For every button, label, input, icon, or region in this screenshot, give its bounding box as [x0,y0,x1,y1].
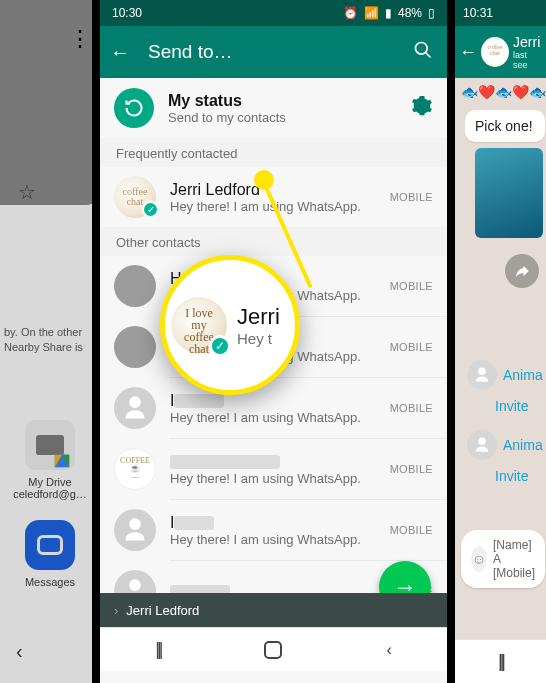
alarm-icon: ⏰ [343,6,358,20]
avatar [114,387,156,429]
wifi-icon: 📶 [364,6,379,20]
quoted-line2: [Mobile] [493,566,535,580]
shared-contact-name: Anima [503,367,543,383]
invite-button[interactable]: Invite [495,398,546,414]
invite-button[interactable]: Invite [495,468,546,484]
avatar: I love mycoffeechat ✓ [171,297,227,353]
back-button[interactable]: ← [459,42,477,63]
chat-app-bar: ← coffeechat Jerri last see [455,26,546,78]
contact-type-label: MOBILE [390,463,433,475]
contact-status: Hey there! I am using WhatsApp. [170,471,390,486]
status-privacy-button[interactable] [411,95,433,121]
shared-contact[interactable]: Anima [467,430,546,460]
recents-button[interactable]: ||| [498,651,503,672]
media-thumbnail[interactable] [475,148,543,238]
avatar [114,326,156,368]
avatar [467,430,497,460]
gear-icon [411,95,433,117]
underlying-share-sheet: ☆ by. On the other Nearby Share is My Dr… [0,0,100,683]
magnifier-callout: I love mycoffeechat ✓ Jerri Hey t [160,255,300,395]
overflow-menu-icon[interactable] [62,28,86,52]
android-nav-bar: ||| [455,639,546,683]
forward-icon [513,262,531,280]
share-target-messages[interactable]: Messages [12,520,88,588]
chat-subtitle: last see [513,50,542,70]
incoming-message[interactable]: Pick one! [465,110,545,142]
status-clock: 10:30 [112,6,142,20]
back-button[interactable]: ← [110,41,138,64]
app-bar: ← Send to… [100,26,447,78]
share-caption-line1: by. On the other [4,326,82,338]
whatsapp-chat-screen: 10:31 ← coffeechat Jerri last see 🐟❤️🐟❤️… [455,0,546,683]
contact-type-label: MOBILE [390,191,433,203]
battery-icon: ▯ [428,6,435,20]
android-nav-bar: ||| ‹ [100,627,447,671]
app-bar-title: Send to… [148,41,409,63]
my-status-subtitle: Send to my contacts [168,110,286,125]
message-input[interactable]: ☺ [Name] A [Mobile] [461,530,545,588]
message-reactions: 🐟❤️🐟❤️🐟 [461,84,546,100]
status-bar: 10:30 ⏰ 📶 ▮ 48% ▯ [100,0,447,26]
search-icon [413,40,433,60]
callout-anchor-dot [254,170,274,190]
folder-icon [36,435,64,455]
signal-icon: ▮ [385,6,392,20]
recents-button[interactable]: ||| [144,636,172,664]
contact-status: Hey there! I am using WhatsApp. [170,410,390,425]
search-button[interactable] [409,40,437,64]
contact-name: I [170,392,390,410]
back-nav-button[interactable]: ‹ [375,636,403,664]
magnified-contact-name: Jerri [237,304,280,330]
share-target-drive-account: celedford@g… [12,488,88,500]
contact-name: Jerri Ledford [170,181,390,199]
contact-status: Hey there! I am using WhatsApp. [170,532,390,547]
share-target-drive-title: My Drive [12,476,88,488]
contact-status: Hey there! I am using WhatsApp. [170,199,390,214]
contact-name: I [170,514,390,532]
selected-checkmark-icon: ✓ [209,335,231,357]
google-drive-icon [55,455,69,468]
contact-name [170,453,390,471]
messages-icon [37,535,63,555]
shared-contact-name: Anima [503,437,543,453]
status-clock: 10:31 [463,6,493,20]
selection-bar-text: Jerri Ledford [126,603,199,618]
message-text: Pick one! [475,118,533,134]
section-other-contacts: Other contacts [100,227,447,256]
contact-type-label: MOBILE [390,402,433,414]
avatar [467,360,497,390]
chat-avatar[interactable]: coffeechat [481,37,509,67]
my-status-title: My status [168,92,286,110]
back-chevron-icon[interactable]: ‹ [16,640,23,663]
contact-row[interactable]: I Hey there! I am using WhatsApp. MOBILE [100,378,447,438]
my-status-row[interactable]: My status Send to my contacts [100,78,447,138]
contact-type-label: MOBILE [390,524,433,536]
forward-button[interactable] [505,254,539,288]
status-bar: 10:31 [455,0,546,26]
share-target-messages-title: Messages [12,576,88,588]
quoted-line1: [Name] A [493,538,532,566]
svg-point-0 [416,43,428,55]
status-update-icon [114,88,154,128]
chevron-right-icon: › [114,603,118,618]
contact-type-label: MOBILE [390,341,433,353]
home-button[interactable] [259,636,287,664]
emoji-icon[interactable]: ☺ [471,546,487,572]
share-target-drive[interactable]: My Drive celedford@g… [12,420,88,500]
svg-line-1 [426,53,431,58]
selection-bar[interactable]: › Jerri Ledford [100,593,447,627]
shared-contact[interactable]: Anima [467,360,546,390]
section-frequently-contacted: Frequently contacted [100,138,447,167]
magnified-contact-status: Hey t [237,330,280,347]
selected-checkmark-icon: ✓ [142,201,159,218]
chat-title: Jerri [513,34,542,50]
battery-percent: 48% [398,6,422,20]
avatar [114,509,156,551]
star-icon: ☆ [18,180,36,204]
avatar: COFFEE☕— [114,448,156,490]
share-caption: by. On the other Nearby Share is [4,325,83,355]
share-caption-line2: Nearby Share is [4,341,83,353]
contact-row[interactable]: I Hey there! I am using WhatsApp. MOBILE [100,500,447,560]
contact-row[interactable]: COFFEE☕— Hey there! I am using WhatsApp.… [100,439,447,499]
contact-type-label: MOBILE [390,280,433,292]
